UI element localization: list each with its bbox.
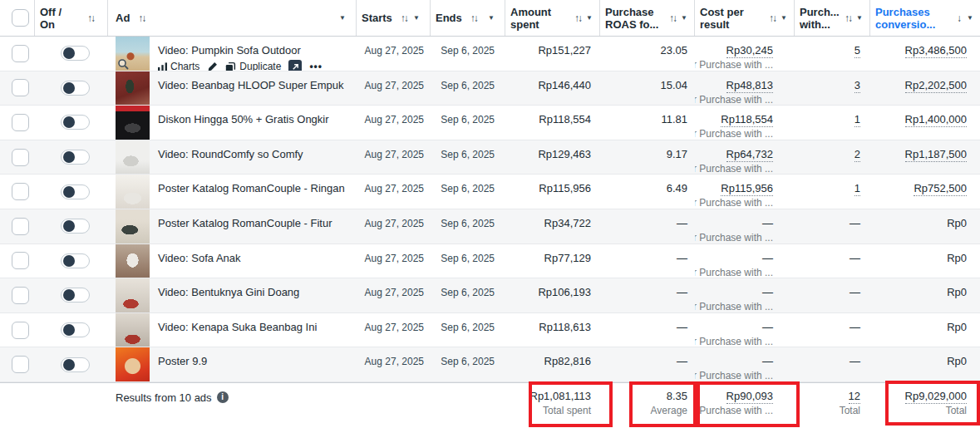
roas-cell: 23.05 <box>600 37 695 71</box>
ad-name-link[interactable]: Video: Bentuknya Gini Doang <box>158 286 299 298</box>
ad-name-link[interactable]: Poster Katalog RomanCouple - Ringan <box>158 182 345 194</box>
sort-icon[interactable]: ↑↓ <box>135 12 145 24</box>
row-checkbox[interactable] <box>12 218 29 235</box>
ad-name-link[interactable]: Video: Beanbag HLOOP Super Empuk <box>158 79 344 91</box>
ad-name-link[interactable]: Video: Kenapa Suka Beanbag Ini <box>158 321 317 333</box>
header-purchase-roas[interactable]: PurchaseROAS fo... ↑↓ ▼ <box>600 0 695 36</box>
select-all-checkbox[interactable] <box>12 9 29 27</box>
ad-toggle[interactable] <box>61 184 90 199</box>
chevron-down-icon[interactable]: ▼ <box>967 14 973 22</box>
conversion-value-cell: Rp0 <box>870 209 980 244</box>
row-checkbox[interactable] <box>12 114 29 131</box>
starts-cell: Aug 27, 2025 <box>357 140 431 175</box>
charts-button[interactable]: Charts <box>158 61 199 71</box>
sort-icon[interactable]: ↑↓ <box>467 12 477 24</box>
amount-spent-label: spent <box>510 18 551 31</box>
chevron-down-icon[interactable]: ▼ <box>781 14 787 22</box>
ad-toggle[interactable] <box>61 322 90 337</box>
toggle-knob <box>63 255 75 267</box>
starts-cell: Aug 27, 2025 <box>357 175 431 209</box>
row-checkbox[interactable] <box>12 45 29 62</box>
more-options-button[interactable]: ••• <box>309 61 323 71</box>
chevron-down-icon[interactable]: ▼ <box>681 14 687 22</box>
zoom-icon[interactable] <box>117 58 129 70</box>
conversion-value-cell: Rp752,500 <box>870 175 980 209</box>
bar-chart-icon <box>158 61 167 71</box>
row-checkbox[interactable] <box>12 322 29 339</box>
ad-toggle[interactable] <box>61 81 90 96</box>
cost-per-result-cell: Rp64,732Per Purchase with ... <box>695 140 795 175</box>
ad-thumbnail[interactable] <box>116 106 150 140</box>
ad-toggle[interactable] <box>61 46 90 61</box>
ad-toggle[interactable] <box>61 357 90 372</box>
amount-spent-cell: Rp115,956 <box>505 175 600 209</box>
row-checkbox[interactable] <box>12 287 29 304</box>
row-checkbox[interactable] <box>12 252 29 269</box>
purchases-cell: — <box>795 244 870 278</box>
purchases-cell: 5 <box>795 37 870 71</box>
header-purchases-conversion-value[interactable]: Purchasesconversio... ↓ ▼ <box>870 0 980 36</box>
cost-per-result-cell: Rp118,554Per Purchase with ... <box>695 106 795 140</box>
header-amount-spent[interactable]: Amountspent ↑↓ ▼ <box>505 0 600 36</box>
chevron-down-icon[interactable]: ▼ <box>339 14 346 22</box>
conversion-value-cell: Rp0 <box>870 313 980 347</box>
header-ad[interactable]: Ad ↑↓ ▼ <box>108 0 357 36</box>
ad-thumbnail[interactable] <box>116 278 150 312</box>
sort-icon[interactable]: ↑↓ <box>841 12 851 24</box>
ad-toggle[interactable] <box>61 115 90 130</box>
ad-name-link[interactable]: Video: RoundComfy so Comfy <box>158 148 303 160</box>
row-checkbox[interactable] <box>12 149 29 166</box>
ad-thumbnail[interactable] <box>116 71 150 106</box>
ad-name-link[interactable]: Diskon Hingga 50% + Gratis Ongkir <box>158 113 329 125</box>
header-off-on[interactable]: Off /On ↑↓ <box>35 0 108 36</box>
boost-button[interactable] <box>288 60 302 71</box>
info-icon[interactable] <box>217 391 229 403</box>
sort-icon[interactable]: ↑↓ <box>766 12 776 24</box>
table-row: Poster Katalog RomanCouple - Ringan Aug … <box>0 175 980 209</box>
ad-thumbnail[interactable] <box>116 244 150 278</box>
sort-descending-icon[interactable]: ↓ <box>953 12 962 24</box>
conversion-value-cell: Rp0 <box>870 347 980 381</box>
ad-name-link[interactable]: Poster 9.9 <box>158 355 207 367</box>
conversion-value-total-cell: Rp9,029,000Total <box>870 383 980 428</box>
cost-per-result-cell: —Per Purchase with ... <box>695 209 795 244</box>
row-checkbox[interactable] <box>12 79 29 96</box>
row-checkbox[interactable] <box>12 356 29 373</box>
toggle-knob <box>63 359 75 371</box>
roas-cell: — <box>600 244 695 278</box>
ad-toggle[interactable] <box>61 253 90 268</box>
ad-thumbnail[interactable] <box>116 37 150 71</box>
ends-cell: Sep 6, 2025 <box>431 140 505 175</box>
roas-average-cell: 8.35Average <box>600 383 695 428</box>
chevron-down-icon[interactable]: ▼ <box>586 14 593 22</box>
ad-thumbnail[interactable] <box>116 313 150 347</box>
chevron-down-icon[interactable]: ▼ <box>413 14 420 22</box>
duplicate-button[interactable]: Duplicate <box>225 61 281 71</box>
sort-icon[interactable]: ↑↓ <box>84 12 94 24</box>
header-cost-per-result[interactable]: Cost perresult ↑↓ ▼ <box>695 0 795 36</box>
sort-icon[interactable]: ↑↓ <box>571 12 581 24</box>
ad-name-link[interactable]: Video: Pumpkin Sofa Outdoor <box>158 44 301 57</box>
ad-thumbnail[interactable] <box>116 175 150 209</box>
row-checkbox[interactable] <box>12 183 29 200</box>
header-starts[interactable]: Starts ↑↓ ▼ <box>357 0 431 36</box>
header-purchases-with[interactable]: Purch...with... ↑↓ ▼ <box>795 0 870 36</box>
edit-button[interactable] <box>207 61 218 71</box>
ad-thumbnail[interactable] <box>116 140 150 175</box>
toggle-knob <box>63 186 75 198</box>
ad-toggle[interactable] <box>61 288 90 303</box>
header-ends[interactable]: Ends ↑↓ ▼ <box>431 0 505 36</box>
ad-toggle[interactable] <box>61 219 90 234</box>
ad-name-link[interactable]: Video: Sofa Anak <box>158 252 241 264</box>
ad-toggle[interactable] <box>61 150 90 165</box>
ad-name-link[interactable]: Poster Katalog RomanCouple - Fitur <box>158 217 332 229</box>
sort-icon[interactable]: ↑↓ <box>666 12 676 24</box>
ad-thumbnail[interactable] <box>116 209 150 244</box>
chevron-down-icon[interactable]: ▼ <box>488 14 495 22</box>
amount-spent-cell: Rp106,193 <box>505 278 600 312</box>
ad-thumbnail[interactable] <box>116 347 150 381</box>
sort-icon[interactable]: ↑↓ <box>397 12 407 24</box>
chevron-down-icon[interactable]: ▼ <box>856 14 863 22</box>
ad-label: Ad <box>116 12 130 24</box>
cost-per-result-cell: Rp30,245Per Purchase with ... <box>695 37 795 71</box>
